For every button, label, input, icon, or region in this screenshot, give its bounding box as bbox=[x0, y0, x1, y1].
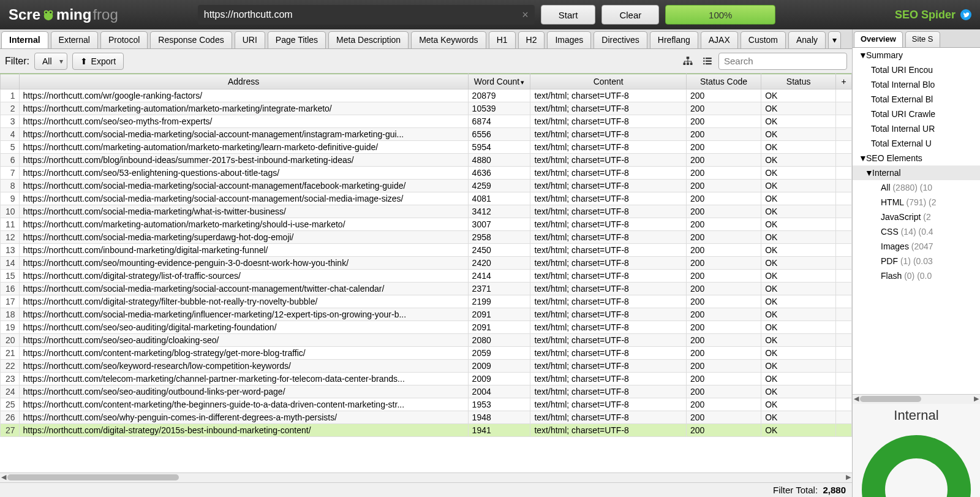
tree-node[interactable]: Total External U bbox=[853, 136, 980, 151]
table-row[interactable]: 1https://northcutt.com/wr/google-ranking… bbox=[1, 89, 852, 102]
tab-analy[interactable]: Analy bbox=[788, 31, 826, 48]
overview-tree[interactable]: ▼SummaryTotal URI EncouTotal Internal Bl… bbox=[853, 48, 980, 394]
tree-node[interactable]: CSS (14) (0.4 bbox=[853, 224, 980, 239]
col-header[interactable]: Word Count bbox=[468, 74, 530, 89]
table-row[interactable]: 13https://northcutt.com/inbound-marketin… bbox=[1, 244, 852, 257]
start-button[interactable]: Start bbox=[541, 5, 596, 25]
tree-node[interactable]: Images (2047 bbox=[853, 239, 980, 254]
app-logo: Scremingfrog bbox=[9, 6, 118, 23]
svg-rect-14 bbox=[706, 63, 712, 64]
export-button[interactable]: ⬆ Export bbox=[72, 53, 124, 70]
tab-meta-description[interactable]: Meta Description bbox=[328, 31, 409, 48]
clear-url-icon[interactable]: × bbox=[522, 9, 529, 21]
filter-select[interactable]: All bbox=[34, 53, 67, 70]
table-row[interactable]: 16https://northcutt.com/social-media-mar… bbox=[1, 283, 852, 295]
table-row[interactable]: 5https://northcutt.com/marketing-automat… bbox=[1, 141, 852, 154]
tree-node[interactable]: Total URI Encou bbox=[853, 63, 980, 77]
tab-meta-keywords[interactable]: Meta Keywords bbox=[411, 31, 486, 48]
horizontal-scrollbar[interactable]: ◀▶ bbox=[0, 472, 852, 482]
tree-node[interactable]: Total URI Crawle bbox=[853, 107, 980, 121]
table-row[interactable]: 7https://northcutt.com/seo/53-enlighteni… bbox=[1, 167, 852, 180]
right-tab-overview[interactable]: Overview bbox=[854, 31, 903, 47]
results-table[interactable]: AddressWord CountContentStatus CodeStatu… bbox=[0, 74, 852, 472]
app-header: Scremingfrog × Start Clear 100% SEO Spid… bbox=[0, 0, 980, 29]
tree-node[interactable]: HTML (791) (2 bbox=[853, 195, 980, 210]
svg-rect-6 bbox=[684, 63, 686, 65]
tab-hreflang[interactable]: Hreflang bbox=[650, 31, 698, 48]
right-scrollbar[interactable]: ◀▶ bbox=[853, 394, 980, 404]
tab-response-codes[interactable]: Response Codes bbox=[150, 31, 232, 48]
table-row[interactable]: 12https://northcutt.com/social-media-mar… bbox=[1, 231, 852, 244]
right-tab-site-s[interactable]: Site S bbox=[905, 31, 940, 47]
table-row[interactable]: 10https://northcutt.com/social-media-mar… bbox=[1, 205, 852, 218]
url-input[interactable] bbox=[204, 9, 522, 20]
table-row[interactable]: 22https://northcutt.com/seo/keyword-rese… bbox=[1, 360, 852, 373]
tree-node[interactable]: Total Internal UR bbox=[853, 121, 980, 136]
table-row[interactable]: 19https://northcutt.com/seo/seo-auditing… bbox=[1, 321, 852, 334]
table-row[interactable]: 15https://northcutt.com/digital-strategy… bbox=[1, 270, 852, 283]
search-input[interactable] bbox=[718, 53, 847, 70]
svg-rect-12 bbox=[706, 60, 712, 61]
table-row[interactable]: 23https://northcutt.com/telecom-marketin… bbox=[1, 373, 852, 385]
table-row[interactable]: 26https://northcutt.com/seo/why-penguin-… bbox=[1, 411, 852, 424]
table-row[interactable]: 17https://northcutt.com/digital-strategy… bbox=[1, 295, 852, 308]
table-row[interactable]: 8https://northcutt.com/social-media-mark… bbox=[1, 180, 852, 192]
col-header[interactable]: Content bbox=[530, 74, 687, 89]
tab-custom[interactable]: Custom bbox=[741, 31, 786, 48]
col-header[interactable]: Address bbox=[19, 74, 468, 89]
table-row[interactable]: 14https://northcutt.com/seo/mounting-evi… bbox=[1, 257, 852, 270]
tree-node[interactable]: JavaScript (2 bbox=[853, 210, 980, 224]
tree-node[interactable]: ▼SEO Elements bbox=[853, 151, 980, 165]
table-row[interactable]: 11https://northcutt.com/marketing-automa… bbox=[1, 218, 852, 231]
table-row[interactable]: 3https://northcutt.com/seo/seo-myths-fro… bbox=[1, 115, 852, 128]
tab-images[interactable]: Images bbox=[547, 31, 591, 48]
table-row[interactable]: 18https://northcutt.com/social-media-mar… bbox=[1, 308, 852, 321]
brand-label: SEO Spider bbox=[895, 9, 971, 21]
tab-internal[interactable]: Internal bbox=[1, 31, 48, 48]
list-icon[interactable] bbox=[699, 54, 716, 69]
donut-chart bbox=[853, 423, 980, 497]
tab-protocol[interactable]: Protocol bbox=[100, 31, 148, 48]
svg-rect-9 bbox=[703, 58, 704, 59]
clear-button[interactable]: Clear bbox=[601, 5, 659, 25]
table-row[interactable]: 4https://northcutt.com/social-media-mark… bbox=[1, 128, 852, 141]
tree-node[interactable]: Total Internal Blo bbox=[853, 77, 980, 92]
tree-node[interactable]: Flash (0) (0.0 bbox=[853, 268, 980, 283]
progress-bar: 100% bbox=[665, 5, 775, 25]
twitter-icon bbox=[960, 9, 971, 20]
table-row[interactable]: 21https://northcutt.com/content-marketin… bbox=[1, 347, 852, 360]
filter-toolbar: Filter: All ⬆ Export bbox=[0, 49, 852, 74]
svg-point-15 bbox=[873, 447, 959, 497]
tree-node[interactable]: PDF (1) (0.03 bbox=[853, 254, 980, 268]
tree-node[interactable]: All (2880) (10 bbox=[853, 180, 980, 195]
tab-directives[interactable]: Directives bbox=[594, 31, 647, 48]
table-row[interactable]: 9https://northcutt.com/social-media-mark… bbox=[1, 192, 852, 205]
col-header[interactable]: Status Code bbox=[686, 74, 761, 89]
add-column-icon[interactable]: + bbox=[836, 74, 852, 89]
col-header[interactable]: Status bbox=[761, 74, 836, 89]
tree-node[interactable]: Total External Bl bbox=[853, 92, 980, 107]
table-row[interactable]: 25https://northcutt.com/content-marketin… bbox=[1, 398, 852, 411]
upload-icon: ⬆ bbox=[80, 56, 88, 66]
svg-rect-7 bbox=[687, 63, 689, 65]
svg-rect-13 bbox=[703, 63, 704, 64]
table-row[interactable]: 6https://northcutt.com/blog/inbound-idea… bbox=[1, 154, 852, 167]
table-row[interactable]: 24https://northcutt.com/seo/seo-auditing… bbox=[1, 385, 852, 398]
tab-external[interactable]: External bbox=[51, 31, 98, 48]
table-row[interactable]: 27https://northcutt.com/digital-strategy… bbox=[1, 424, 852, 437]
tree-node[interactable]: ▼Summary bbox=[853, 48, 980, 63]
tab-page-titles[interactable]: Page Titles bbox=[268, 31, 326, 48]
col-header[interactable] bbox=[1, 74, 20, 89]
right-tabs: OverviewSite S bbox=[853, 29, 980, 48]
tabs-overflow-icon[interactable]: ▾ bbox=[828, 31, 841, 48]
sitemap-icon[interactable] bbox=[679, 54, 696, 69]
tab-ajax[interactable]: AJAX bbox=[701, 31, 738, 48]
svg-rect-10 bbox=[706, 58, 712, 59]
table-row[interactable]: 20https://northcutt.com/seo/seo-auditing… bbox=[1, 334, 852, 347]
tab-uri[interactable]: URI bbox=[235, 31, 265, 48]
tree-node[interactable]: ▼Internal bbox=[853, 165, 980, 180]
table-row[interactable]: 2https://northcutt.com/marketing-automat… bbox=[1, 102, 852, 115]
url-input-wrap: × bbox=[198, 5, 535, 25]
tab-h1[interactable]: H1 bbox=[489, 31, 516, 48]
tab-h2[interactable]: H2 bbox=[518, 31, 545, 48]
